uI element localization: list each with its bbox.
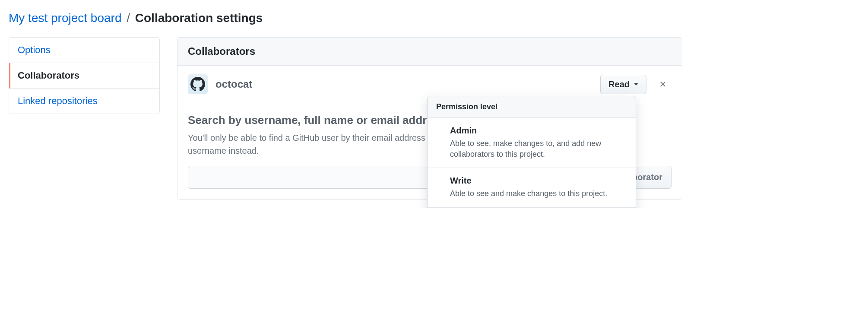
settings-sidebar: Options Collaborators Linked repositorie… [9,37,160,114]
sidebar-item-linked-repositories[interactable]: Linked repositories [9,89,159,114]
permission-option-admin[interactable]: Admin Able to see, make changes to, and … [428,118,636,168]
panel-title: Collaborators [177,38,682,66]
collaborators-panel: Collaborators octocat Read Search by use… [177,37,682,200]
permission-option-title: Write [450,176,627,186]
permission-option-title: Admin [450,126,627,136]
breadcrumb-current: Collaboration settings [135,11,263,25]
sidebar-item-options[interactable]: Options [9,38,159,63]
breadcrumb-separator: / [125,11,132,25]
permission-dropdown-menu: Permission level Admin Able to see, make… [427,96,636,208]
permission-option-read[interactable]: ✓ Read Able to see this project. [428,208,636,208]
permission-option-desc: Able to see, make changes to, and add ne… [450,138,627,160]
chevron-down-icon [634,83,638,86]
permission-dropdown-label: Read [608,79,630,89]
avatar [188,74,208,94]
remove-collaborator-button[interactable] [654,78,672,90]
breadcrumb-project-link[interactable]: My test project board [9,11,121,25]
sidebar-item-collaborators[interactable]: Collaborators [9,63,159,89]
breadcrumb: My test project board / Collaboration se… [9,9,682,29]
permission-option-desc: Able to see and make changes to this pro… [450,188,627,199]
collaborator-username: octocat [215,78,592,90]
permission-dropdown-button[interactable]: Read [600,75,646,94]
permission-option-write[interactable]: Write Able to see and make changes to th… [428,168,636,207]
close-icon [659,80,667,89]
dropdown-header: Permission level [428,96,636,118]
